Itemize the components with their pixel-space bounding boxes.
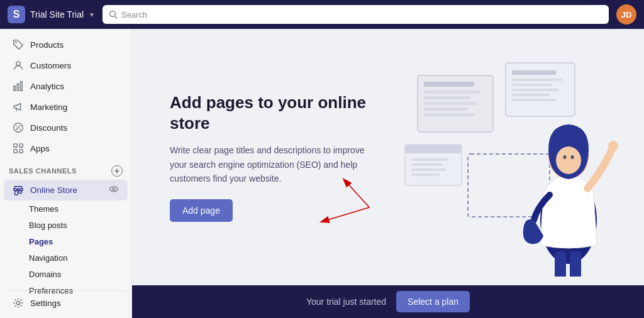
svg-rect-14: [19, 150, 23, 153]
svg-rect-6: [21, 82, 23, 90]
svg-line-1: [114, 16, 117, 19]
layout: Products Customers Analytics Marketing: [0, 29, 644, 318]
svg-point-17: [110, 187, 118, 192]
svg-point-40: [608, 141, 618, 151]
sidebar-item-discounts[interactable]: Discounts: [4, 118, 128, 138]
sidebar-discounts-label: Discounts: [30, 123, 67, 133]
select-plan-button[interactable]: Select a plan: [396, 291, 470, 312]
sidebar-sub-domains[interactable]: Domains: [4, 266, 128, 282]
svg-point-18: [113, 188, 115, 190]
svg-rect-23: [424, 96, 471, 99]
megaphone-icon: [13, 101, 24, 112]
sidebar-marketing-label: Marketing: [30, 102, 67, 112]
svg-rect-16: [19, 190, 22, 194]
sidebar-item-analytics[interactable]: Analytics: [4, 76, 128, 96]
search-icon: [109, 10, 118, 19]
sidebar-sub-blog-posts[interactable]: Blog posts: [4, 217, 128, 233]
main-content: Add pages to your online store Write cle…: [132, 29, 644, 285]
settings-label: Settings: [30, 299, 61, 308]
svg-rect-50: [411, 173, 440, 176]
sidebar-item-apps[interactable]: Apps: [4, 138, 128, 158]
svg-rect-24: [424, 102, 477, 105]
apps-icon: [13, 143, 24, 154]
sidebar-item-settings[interactable]: Settings: [4, 290, 128, 313]
blog-posts-label: Blog posts: [29, 221, 67, 230]
avatar[interactable]: JD: [616, 4, 636, 25]
svg-rect-4: [14, 86, 16, 90]
svg-point-37: [556, 146, 581, 174]
main-description: Write clear page titles and descriptions…: [170, 143, 384, 185]
svg-rect-25: [424, 107, 468, 111]
svg-rect-41: [555, 251, 566, 277]
brand[interactable]: S Trial Site Trial ▼: [8, 6, 95, 23]
eye-icon[interactable]: [109, 184, 119, 196]
svg-rect-33: [512, 99, 556, 101]
svg-rect-28: [512, 70, 556, 75]
svg-point-19: [16, 301, 19, 304]
bottom-bar: Your trial just started Select a plan: [132, 285, 644, 318]
add-page-button[interactable]: Add page: [170, 199, 233, 222]
sidebar-item-products[interactable]: Products: [4, 35, 128, 55]
svg-point-3: [16, 62, 20, 65]
sidebar-sub-themes[interactable]: Themes: [4, 201, 128, 217]
svg-rect-26: [424, 113, 474, 116]
svg-rect-12: [19, 144, 23, 147]
sidebar: Products Customers Analytics Marketing: [0, 29, 132, 318]
search-placeholder: Search: [121, 10, 147, 19]
chart-icon: [13, 80, 24, 92]
sales-channels-label: SALES CHANNELS +: [0, 159, 131, 179]
svg-rect-48: [411, 163, 443, 166]
svg-rect-30: [512, 84, 553, 86]
add-sales-channel-icon[interactable]: +: [111, 165, 123, 177]
sidebar-sub-pages[interactable]: Pages: [4, 234, 128, 249]
avatar-initials: JD: [621, 10, 632, 19]
sidebar-apps-label: Apps: [30, 144, 50, 153]
person-icon: [13, 60, 24, 71]
trial-text: Your trial just started: [306, 297, 386, 307]
svg-rect-13: [14, 150, 17, 153]
promo-text: Add pages to your online store Write cle…: [170, 92, 384, 222]
svg-point-10: [19, 129, 21, 130]
chevron-down-icon: ▼: [89, 11, 95, 18]
sidebar-products-label: Products: [30, 40, 64, 50]
gear-icon: [13, 297, 24, 309]
main-heading: Add pages to your online store: [170, 92, 384, 135]
svg-rect-29: [512, 79, 562, 81]
pages-label: Pages: [29, 237, 53, 246]
svg-rect-47: [411, 158, 449, 161]
sidebar-item-online-store[interactable]: Online Store: [4, 180, 128, 200]
discount-icon: [13, 122, 24, 133]
svg-rect-11: [14, 144, 17, 147]
svg-rect-46: [405, 145, 462, 153]
domains-label: Domains: [29, 270, 61, 279]
svg-rect-22: [424, 90, 480, 94]
sidebar-customers-label: Customers: [30, 61, 71, 70]
svg-point-9: [16, 125, 17, 126]
svg-point-39: [571, 155, 574, 159]
sidebar-analytics-label: Analytics: [30, 82, 64, 91]
navigation-label: Navigation: [29, 253, 67, 263]
svg-rect-49: [411, 168, 446, 171]
sidebar-item-customers[interactable]: Customers: [4, 55, 128, 75]
store-icon: [13, 185, 24, 196]
themes-label: Themes: [29, 204, 58, 214]
top-nav: S Trial Site Trial ▼ Search JD: [0, 0, 644, 29]
svg-rect-42: [570, 251, 581, 277]
svg-rect-32: [512, 94, 550, 96]
online-store-label: Online Store: [30, 185, 77, 195]
tag-icon: [13, 39, 24, 50]
brand-name: Trial Site Trial: [30, 9, 84, 19]
svg-rect-31: [512, 89, 559, 91]
svg-rect-21: [424, 82, 474, 87]
svg-point-38: [564, 155, 567, 159]
sidebar-sub-navigation[interactable]: Navigation: [4, 250, 128, 266]
shopify-logo: S: [8, 6, 25, 23]
sidebar-item-marketing[interactable]: Marketing: [4, 97, 128, 117]
svg-point-2: [15, 41, 17, 43]
search-bar[interactable]: Search: [103, 5, 609, 24]
svg-rect-5: [17, 84, 19, 90]
main: Add pages to your online store Write cle…: [132, 29, 644, 318]
